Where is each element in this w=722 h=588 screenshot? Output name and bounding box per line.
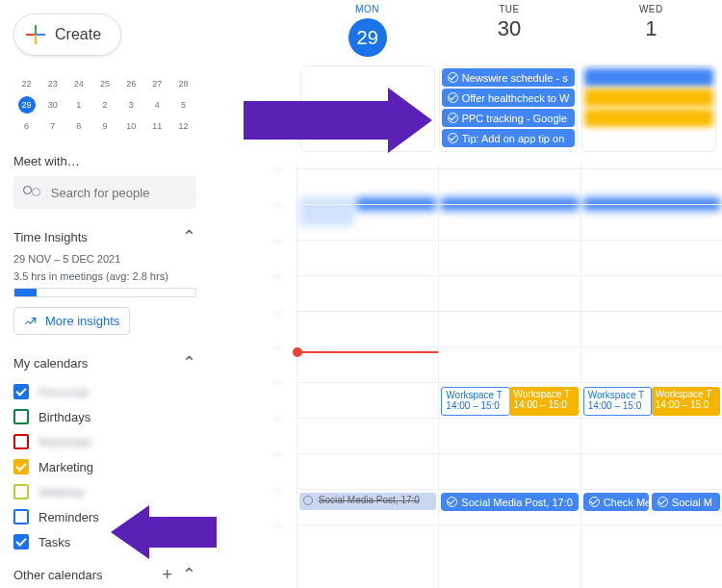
- task-label: Offer healthcheck to W: [462, 92, 570, 104]
- day-header[interactable]: WED1: [580, 0, 722, 65]
- check-circle-icon: [448, 133, 458, 143]
- check-circle-icon: [303, 496, 313, 505]
- mini-cal-day[interactable]: 1: [65, 94, 91, 115]
- checkbox[interactable]: [13, 434, 29, 449]
- calendar-label: Webinar: [39, 485, 85, 499]
- task-chip[interactable]: Offer healthcheck to W: [442, 89, 576, 107]
- day-col-tue[interactable]: Workspace T14:00 – 15:0 Workspace T14:00…: [438, 164, 580, 588]
- day-col-wed[interactable]: Workspace T14:00 – 15:0 Workspace T14:00…: [580, 164, 722, 588]
- day-header[interactable]: MON29: [297, 0, 438, 65]
- event-workspace-b[interactable]: Workspace T14:00 – 15:0: [652, 387, 720, 416]
- now-indicator: [297, 351, 438, 353]
- mini-cal-day[interactable]: 24: [65, 73, 91, 94]
- mini-cal-day[interactable]: 29: [13, 94, 39, 115]
- day-of-week: MON: [297, 4, 438, 14]
- mini-calendar[interactable]: 222324252627282930123456789101112: [13, 73, 196, 137]
- task-chip[interactable]: PPC tracking - Google: [442, 109, 576, 127]
- calendar-toggle[interactable]: Personal: [13, 379, 196, 404]
- mini-cal-day[interactable]: 3: [118, 94, 144, 115]
- insights-icon: [24, 315, 38, 328]
- event-social-wed[interactable]: Social M: [652, 493, 720, 511]
- day-number: 29: [348, 18, 387, 57]
- calendar-toggle[interactable]: Reminder: [13, 429, 196, 454]
- create-button[interactable]: Create: [13, 13, 121, 56]
- more-insights-button[interactable]: More insights: [13, 307, 130, 335]
- time-insights-summary: 3.5 hrs in meetings (avg: 2.8 hrs): [13, 270, 196, 282]
- search-people-input[interactable]: [49, 185, 187, 201]
- checkbox[interactable]: [13, 384, 29, 399]
- event-workspace-a[interactable]: Workspace T14:00 – 15:0: [441, 387, 509, 416]
- blurred-event: [584, 89, 713, 107]
- mini-cal-day[interactable]: 25: [91, 73, 117, 94]
- check-circle-icon: [447, 497, 457, 507]
- mini-cal-day[interactable]: 5: [170, 94, 196, 115]
- day-header[interactable]: TUE30: [438, 0, 580, 65]
- time-insights-meter: [13, 288, 196, 297]
- day-col-mon[interactable]: Social Media Post, 17:0: [297, 164, 438, 588]
- calendar-toggle[interactable]: Birthdays: [13, 404, 196, 429]
- search-people-field[interactable]: [13, 176, 196, 209]
- event-social-media-tue[interactable]: Social Media Post, 17:0: [441, 493, 578, 511]
- create-label: Create: [55, 26, 101, 43]
- blurred-event: [584, 68, 713, 87]
- other-calendars-heading[interactable]: Other calendars: [13, 568, 103, 582]
- mini-cal-day[interactable]: 11: [144, 115, 170, 137]
- event-workspace-a[interactable]: Workspace T14:00 – 15:0: [583, 387, 652, 416]
- chevron-up-icon[interactable]: ⌃: [182, 226, 196, 247]
- chevron-up-icon[interactable]: ⌃: [182, 564, 196, 585]
- mini-cal-day[interactable]: 10: [118, 115, 144, 137]
- calendar-label: Tasks: [39, 535, 70, 550]
- mini-cal-day[interactable]: 2: [91, 94, 117, 115]
- chevron-up-icon[interactable]: ⌃: [182, 352, 196, 373]
- mini-cal-day[interactable]: 7: [39, 115, 65, 137]
- checkbox[interactable]: [13, 534, 29, 550]
- mini-cal-day[interactable]: 22: [13, 73, 39, 94]
- day-of-week: TUE: [438, 4, 580, 14]
- task-chip[interactable]: Newswire schedule - s: [442, 68, 576, 87]
- checkbox[interactable]: [13, 459, 29, 474]
- check-circle-icon: [448, 113, 458, 123]
- mini-cal-day[interactable]: 30: [39, 94, 65, 115]
- day-number: 30: [438, 16, 580, 41]
- mini-cal-day[interactable]: 4: [144, 94, 170, 115]
- checkbox[interactable]: [13, 409, 29, 424]
- blurred-event: [299, 197, 354, 226]
- time-insights-range: 29 NOV – 5 DEC 2021: [13, 253, 196, 265]
- mini-cal-day[interactable]: 27: [144, 73, 170, 94]
- my-calendars-heading[interactable]: My calendars ⌃: [13, 352, 196, 373]
- task-label: Newswire schedule - s: [462, 72, 568, 84]
- day-of-week: WED: [580, 4, 722, 14]
- mini-cal-day[interactable]: 9: [91, 115, 117, 137]
- checkbox[interactable]: [13, 484, 29, 499]
- calendar-toggle[interactable]: Marketing: [13, 454, 196, 479]
- annotation-arrow: [244, 87, 436, 154]
- check-circle-icon: [448, 72, 458, 83]
- mini-cal-day[interactable]: 23: [39, 73, 65, 94]
- task-label: Tip: Add on app tip on: [462, 133, 565, 144]
- calendar-label: Birthdays: [39, 410, 90, 424]
- mini-cal-day[interactable]: 28: [170, 73, 196, 94]
- calendar-toggle[interactable]: Webinar: [13, 479, 196, 504]
- calendar-label: Reminders: [39, 510, 99, 524]
- people-icon: [23, 186, 39, 199]
- mini-cal-day[interactable]: 6: [13, 115, 39, 137]
- event-social-media-done[interactable]: Social Media Post, 17:0: [299, 493, 436, 510]
- time-insights-heading[interactable]: Time Insights ⌃: [13, 226, 196, 247]
- meet-with-heading: Meet with…: [13, 154, 196, 168]
- allday-cell-tue[interactable]: Newswire schedule - sOffer healthcheck t…: [439, 65, 579, 152]
- check-circle-icon: [448, 92, 458, 103]
- task-chip[interactable]: Tip: Add on app tip on: [442, 129, 576, 147]
- day-number: 1: [580, 16, 722, 41]
- calendar-label: Reminder: [39, 435, 92, 449]
- annotation-arrow: [111, 509, 226, 565]
- event-workspace-b[interactable]: Workspace T14:00 – 15:0: [509, 387, 578, 416]
- check-circle-icon: [658, 497, 668, 507]
- calendar-label: Marketing: [39, 460, 93, 474]
- mini-cal-day[interactable]: 12: [170, 115, 196, 137]
- allday-cell-wed[interactable]: [581, 65, 716, 152]
- event-check-wed[interactable]: Check Me: [583, 493, 649, 511]
- mini-cal-day[interactable]: 26: [118, 73, 144, 94]
- add-calendar-button[interactable]: +: [162, 565, 172, 585]
- checkbox[interactable]: [13, 509, 29, 524]
- mini-cal-day[interactable]: 8: [65, 115, 91, 137]
